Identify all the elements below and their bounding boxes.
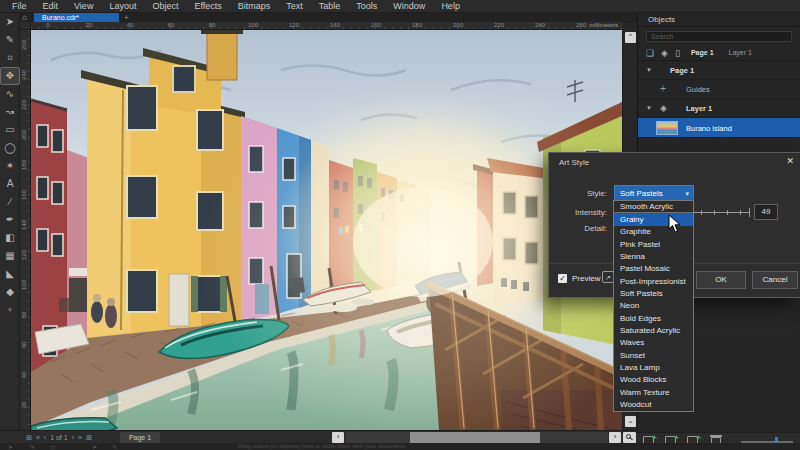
zoom-magnifier-button[interactable] (623, 432, 636, 443)
tree-row-guides[interactable]: + Guides (638, 80, 800, 99)
style-option-graphite[interactable]: Graphite (614, 226, 693, 238)
status-bar: ➤ ✎ ▭ ➤ ✎ Drag colors (or objects) here … (0, 443, 800, 450)
ruler-tick: 120 (289, 22, 299, 28)
horizontal-scrollbar[interactable] (346, 432, 608, 443)
style-option-pastel-mosaic[interactable]: Pastel Mosaic (614, 263, 693, 275)
add-tool-button[interactable]: + (0, 301, 20, 319)
interactive-fill-tool[interactable]: ◧ (0, 229, 20, 247)
menu-help[interactable]: Help (433, 0, 468, 13)
ok-button[interactable]: OK (696, 271, 746, 289)
menu-edit[interactable]: Edit (35, 0, 67, 13)
mesh-fill-tool[interactable]: ▦ (0, 247, 20, 265)
style-option-saturated-acrylic[interactable]: Saturated Acrylic (614, 324, 693, 336)
ruler-tick: 80 (209, 22, 216, 28)
style-option-lava-lamp[interactable]: Lava Lamp (614, 361, 693, 373)
horizontal-scrollbar-thumb[interactable] (410, 432, 540, 443)
style-option-neon[interactable]: Neon (614, 300, 693, 312)
ruler-tick: 200 (21, 126, 27, 144)
text-tool[interactable]: A (0, 175, 20, 193)
menu-view[interactable]: View (66, 0, 101, 13)
menu-text[interactable]: Text (278, 0, 311, 13)
intensity-value-field[interactable]: 49 (754, 204, 778, 220)
chevron-down-icon: ▾ (685, 190, 689, 198)
menu-object[interactable]: Object (144, 0, 186, 13)
ruler-tick: 100 (248, 22, 258, 28)
previous-page-button[interactable]: ‹ (44, 434, 46, 441)
new-object-icon[interactable]: ❏ (646, 48, 654, 58)
layers-view-icon[interactable]: ◈ (661, 48, 668, 58)
style-option-pink-pastel[interactable]: Pink Pastel (614, 238, 693, 250)
polygon-tool[interactable]: ✶ (0, 157, 20, 175)
last-page-button[interactable]: » (78, 434, 82, 441)
menu-window[interactable]: Window (385, 0, 433, 13)
style-option-smooth-acrylic[interactable]: Smooth Acrylic (614, 201, 693, 213)
objects-panel-toolbar: ❏ ◈ ▯ Page 1 Layer 1 (638, 45, 800, 61)
add-page-start-icon[interactable]: ⊞ (26, 434, 32, 442)
scroll-down-button[interactable]: ⌄ (625, 416, 636, 427)
status-swatch-icon: ▭ (50, 443, 56, 450)
ruler-tick: 160 (21, 186, 27, 204)
style-dropdown-list: Smooth AcrylicGrainyGraphitePink PastelS… (613, 200, 694, 412)
style-option-bold-edges[interactable]: Bold Edges (614, 312, 693, 324)
style-option-sienna[interactable]: Sienna (614, 250, 693, 262)
dialog-title: Art Style (559, 158, 589, 167)
tree-row-page[interactable]: ▼ Page 1 (638, 61, 800, 80)
active-page-label: Page 1 (691, 49, 714, 56)
dimension-tool[interactable]: ∕ (0, 193, 20, 211)
cancel-button[interactable]: Cancel (752, 271, 798, 289)
style-option-grainy[interactable]: Grainy (614, 213, 693, 225)
menu-bitmaps[interactable]: Bitmaps (230, 0, 279, 13)
style-option-warm-texture[interactable]: Warm Texture (614, 386, 693, 398)
page-view-icon[interactable]: ▯ (675, 48, 680, 58)
preview-label: Preview (572, 274, 600, 283)
ruler-tick: 220 (21, 96, 27, 114)
layer-row-label: Layer 1 (686, 104, 712, 113)
fill-tool[interactable]: ◆ (0, 283, 20, 301)
style-option-post-impressionist[interactable]: Post-Impressionist (614, 275, 693, 287)
menu-effects[interactable]: Effects (186, 0, 229, 13)
style-option-soft-pastels[interactable]: Soft Pastels (614, 287, 693, 299)
pen-tool[interactable]: ✒ (0, 211, 20, 229)
crop-tool[interactable]: ⌗ (0, 49, 20, 67)
pan-tool[interactable]: ✥ (0, 67, 20, 85)
tree-row-burano-island[interactable]: Burano island (638, 118, 800, 138)
tree-row-layer[interactable]: ▼ ◈ Layer 1 (638, 99, 800, 118)
page-navigation-bar: ⊞ « ‹ 1 of 1 › » ⊞ Page 1 ‹ › (0, 430, 637, 443)
menu-table[interactable]: Table (311, 0, 349, 13)
scroll-right-button[interactable]: › (609, 432, 621, 443)
expand-caret-icon[interactable]: ▼ (646, 67, 652, 73)
scroll-left-button[interactable]: ‹ (332, 432, 344, 443)
objects-search-input[interactable]: Search (646, 31, 792, 42)
first-page-button[interactable]: « (36, 434, 40, 441)
style-option-wood-blocks[interactable]: Wood Blocks (614, 374, 693, 386)
style-option-sunset[interactable]: Sunset (614, 349, 693, 361)
freehand-tool[interactable]: ∿ (0, 85, 20, 103)
next-page-button[interactable]: › (72, 434, 74, 441)
coreldraw-window: FileEditViewLayoutObjectEffectsBitmapsTe… (0, 0, 800, 450)
drawing-canvas (31, 30, 622, 430)
intensity-label: Intensity: (551, 208, 607, 217)
ruler-tick: 240 (21, 66, 27, 84)
menu-tools[interactable]: Tools (348, 0, 385, 13)
shape-tool[interactable]: ✎ (0, 31, 20, 49)
status-brush-icon: ✎ (112, 443, 117, 450)
ruler-tick: 20 (21, 396, 27, 414)
curve-tool[interactable]: ↝ (0, 103, 20, 121)
eyedropper-tool[interactable]: ◣ (0, 265, 20, 283)
ruler-corner (20, 22, 31, 30)
pick-tool[interactable]: ➤ (0, 13, 20, 31)
ruler-tick: 40 (21, 366, 27, 384)
close-icon[interactable]: ✕ (786, 156, 794, 166)
expand-caret-icon[interactable]: ▼ (646, 105, 652, 111)
menu-file[interactable]: File (4, 0, 35, 13)
add-page-end-icon[interactable]: ⊞ (86, 434, 92, 442)
ruler-tick: 140 (21, 216, 27, 234)
style-option-waves[interactable]: Waves (614, 337, 693, 349)
style-dropdown[interactable]: Soft Pastels ▾ (614, 185, 694, 201)
style-option-woodcut[interactable]: Woodcut (614, 399, 693, 411)
preview-checkbox[interactable]: ✓ (558, 274, 567, 283)
menu-layout[interactable]: Layout (101, 0, 144, 13)
scroll-up-button[interactable]: ⌃ (625, 32, 636, 43)
rectangle-tool[interactable]: ▭ (0, 121, 20, 139)
ellipse-tool[interactable]: ◯ (0, 139, 20, 157)
